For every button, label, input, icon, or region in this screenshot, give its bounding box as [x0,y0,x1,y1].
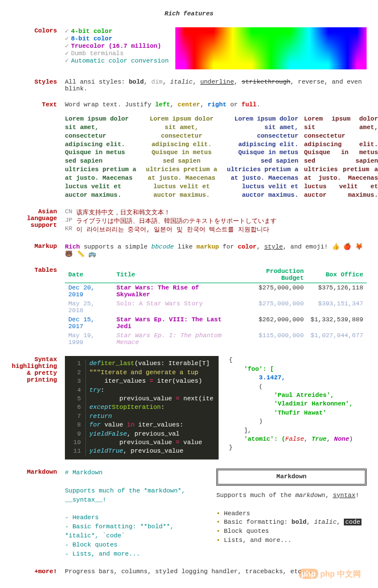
section-label-syntax: Syntax highlighting & pretty printing [11,356,65,459]
page-title: Rich features [11,10,367,17]
color-spectrum [175,27,367,69]
section-label-tables: Tables [11,267,65,347]
section-label-styles: Styles [11,78,65,92]
table-row: May 19, 1999Star Wars Ep. I: The phantom… [65,331,367,347]
markup-demo: Rich supports a simple bbcode like marku… [65,243,367,258]
section-label-markup: Markup [11,243,65,258]
syntax-code: 1def iter_last(values: Iterable[T] 2 """… [65,356,219,459]
styles-demo: All ansi styles: bold, dim, italic, unde… [65,78,367,92]
section-label-more: +more! [11,568,65,575]
table-row: Dec 15, 2017Star Wars Ep. VIII: The Last… [65,315,367,331]
watermark: php php 中文网 [299,569,361,579]
section-label-asian: Asian language support [11,208,65,234]
markdown-rendered: Markdown Supports much of the markdown, … [216,469,367,559]
table-row: May 25, 2018Solo: A Star Wars Story$275,… [65,299,367,315]
asian-demo: CN该库支持中文，日文和韩文文本！ JPライブラリは中国語、日本語、韓国語のテキ… [65,208,367,234]
section-label-text: Text [11,101,65,199]
demo-table: Date Title Production Budget Box Office … [65,267,367,347]
pretty-print: { 'foo': [ 3.1427, ( 'Paul Atreides', 'V… [223,356,353,459]
section-label-markdown: Markdown [11,469,65,559]
color-feature-list: ✓4-bit color ✓8-bit color ✓Truecolor (16… [65,27,169,69]
section-label-colors: Colors [11,27,65,69]
markdown-source: # Markdown Supports much of the *markdow… [65,469,207,559]
table-row: Dec 20, 2019Star Wars: The Rise of Skywa… [65,283,367,300]
text-demo: Word wrap text. Justify left, center, ri… [65,101,378,199]
